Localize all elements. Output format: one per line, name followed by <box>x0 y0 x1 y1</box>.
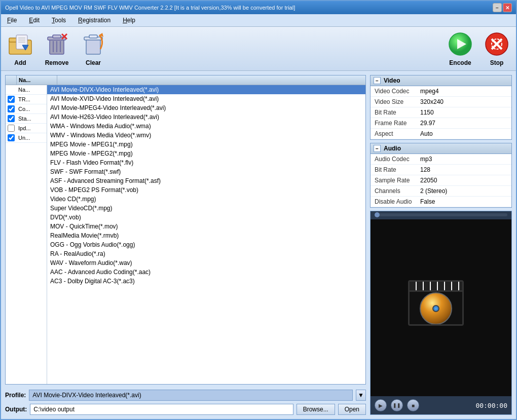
checkbox-un[interactable] <box>8 134 15 141</box>
file-row-6: Un... <box>6 133 47 143</box>
preview-area <box>371 219 511 396</box>
format-item-13[interactable]: Super VideoCD(*.mpg) <box>47 204 365 213</box>
format-item-20[interactable]: AAC - Advanced Audio Coding(*.aac) <box>47 268 365 277</box>
format-item-16[interactable]: RealMedia Movie(*.rmvb) <box>47 231 365 240</box>
checkbox-ipd[interactable] <box>8 125 15 132</box>
stop-button[interactable]: Stop <box>484 31 510 66</box>
menu-bar: File Edit Tools Registration Help <box>1 14 516 27</box>
format-item-4[interactable]: WMA - Windows Media Audio(*.wma) <box>47 122 365 131</box>
stop-icon <box>484 31 510 57</box>
right-panel: − Video Video Codecmpeg4Video Size320x24… <box>370 75 512 415</box>
clear-icon <box>80 31 106 57</box>
format-item-21[interactable]: AC3 - Dolby Digital AC-3(*.ac3) <box>47 277 365 286</box>
format-item-5[interactable]: WMV - Windows Media Video(*.wmv) <box>47 131 365 140</box>
video-collapse-btn[interactable]: − <box>374 77 381 84</box>
remove-icon <box>44 31 70 57</box>
video-prop-row-0: Video Codecmpeg4 <box>371 86 511 97</box>
pause-button[interactable]: ❚❚ <box>391 399 403 411</box>
file-row-2: TR... <box>6 95 47 104</box>
main-content: Na... Na... TR... <box>1 71 516 419</box>
stop-label: Stop <box>490 59 504 66</box>
progress-slider[interactable] <box>375 213 507 216</box>
menu-registration[interactable]: Registration <box>76 16 113 25</box>
format-item-17[interactable]: OGG - Ogg Vorbis Audio(*.ogg) <box>47 240 365 249</box>
menu-edit[interactable]: Edit <box>27 16 42 25</box>
menu-file[interactable]: File <box>5 16 19 25</box>
svg-rect-17 <box>89 35 97 38</box>
audio-prop-row-1: Bit Rate128 <box>371 165 511 175</box>
file-row-3: Co... <box>6 104 47 114</box>
audio-prop-row-4: Disable AudioFalse <box>371 197 511 207</box>
encode-icon <box>447 31 473 57</box>
playback-controls: ▶ ❚❚ ■ 00:00:00 <box>371 396 511 414</box>
format-item-11[interactable]: VOB - MPEG2 PS Format(*.vob) <box>47 185 365 195</box>
video-section-label: Video <box>384 77 400 84</box>
menu-tools[interactable]: Tools <box>50 16 68 25</box>
video-prop-row-2: Bit Rate1150 <box>371 107 511 118</box>
minimize-button[interactable]: − <box>493 3 502 12</box>
clear-button[interactable]: Clear <box>80 31 106 66</box>
menu-help[interactable]: Help <box>121 16 137 25</box>
checkbox-sta[interactable] <box>8 115 15 122</box>
format-item-1[interactable]: AVI Movie-XVID-Video Interleaved(*.avi) <box>47 94 365 103</box>
video-props-table: Video Codecmpeg4Video Size320x240Bit Rat… <box>371 86 511 139</box>
format-item-14[interactable]: DVD(*.vob) <box>47 213 365 222</box>
format-item-12[interactable]: Video CD(*.mpg) <box>47 195 365 204</box>
profile-dropdown-arrow[interactable]: ▼ <box>356 390 366 401</box>
clear-label: Clear <box>86 59 101 66</box>
remove-button[interactable]: Remove <box>44 31 70 66</box>
format-item-9[interactable]: SWF - SWF Format(*.swf) <box>47 167 365 176</box>
encode-button[interactable]: Encode <box>447 31 473 66</box>
main-window: Opell Video to AVI MPEG MOV RM SWF FLV W… <box>0 0 517 420</box>
list-header: Na... <box>6 75 365 85</box>
output-path-input[interactable] <box>30 404 293 415</box>
audio-prop-row-3: Channels2 (Stereo) <box>371 186 511 197</box>
format-item-0[interactable]: AVI Movie-DIVX-Video Interleaved(*.avi) <box>47 85 365 94</box>
checkbox-co[interactable] <box>8 105 15 112</box>
add-icon <box>7 31 33 57</box>
encode-label: Encode <box>449 59 471 66</box>
col-header-format <box>57 75 365 85</box>
open-button[interactable]: Open <box>338 404 366 415</box>
output-label: Output: <box>5 406 27 413</box>
format-item-7[interactable]: MPEG Movie - MPEG2(*.mpg) <box>47 149 365 158</box>
file-row-1: Na... <box>6 85 47 95</box>
profile-row: Profile: AVI Movie-DIVX-Video Interleave… <box>5 390 366 401</box>
file-row-4: Sta... <box>6 114 47 124</box>
left-panel: Na... Na... TR... <box>5 75 366 415</box>
add-button[interactable]: Add <box>7 31 33 66</box>
window-title: Opell Video to AVI MPEG MOV RM SWF FLV W… <box>5 5 295 11</box>
audio-section-label: Audio <box>384 145 401 152</box>
audio-props-panel: − Audio Audio Codecmp3Bit Rate128Sample … <box>370 143 512 208</box>
audio-props-table: Audio Codecmp3Bit Rate128Sample Rate2205… <box>371 154 511 207</box>
format-item-3[interactable]: AVI Movie-H263-Video Interleaved(*.avi) <box>47 112 365 122</box>
stop-button-player[interactable]: ■ <box>407 399 419 411</box>
video-section-header: − Video <box>371 75 511 86</box>
file-rows: Na... TR... Co... Sta... <box>6 85 47 384</box>
browse-button[interactable]: Browse... <box>297 404 335 415</box>
progress-thumb <box>375 212 380 217</box>
audio-section-header: − Audio <box>371 143 511 154</box>
audio-collapse-btn[interactable]: − <box>374 145 381 152</box>
profile-select[interactable]: AVI Movie-DIVX-Video Interleaved(*.avi) <box>29 390 353 401</box>
play-button[interactable]: ▶ <box>375 399 387 411</box>
toolbar: Add Remove <box>1 27 516 71</box>
svg-rect-15 <box>86 39 100 54</box>
audio-prop-row-0: Audio Codecmp3 <box>371 154 511 165</box>
close-button[interactable]: ✕ <box>503 3 512 12</box>
col-header-name: Na... <box>17 75 57 85</box>
format-item-18[interactable]: RA - RealAudio(*.ra) <box>47 249 365 258</box>
format-item-10[interactable]: ASF - Advanced Streaming Format(*.asf) <box>47 176 365 185</box>
checkbox-tr[interactable] <box>8 96 15 103</box>
format-item-8[interactable]: FLV - Flash Video Format(*.flv) <box>47 158 365 167</box>
profile-label: Profile: <box>5 392 26 399</box>
output-row: Output: Browse... Open <box>5 404 366 415</box>
format-item-6[interactable]: MPEG Movie - MPEG1(*.mpg) <box>47 140 365 149</box>
video-prop-row-3: Frame Rate29.97 <box>371 118 511 129</box>
format-item-19[interactable]: WAV - Waveform Audio(*.wav) <box>47 258 365 268</box>
video-prop-row-4: AspectAuto <box>371 129 511 139</box>
title-bar: Opell Video to AVI MPEG MOV RM SWF FLV W… <box>1 1 516 14</box>
svg-rect-9 <box>53 35 61 38</box>
format-item-2[interactable]: AVI Movie-MPEG4-Video Interleaved(*.avi) <box>47 103 365 112</box>
format-item-15[interactable]: MOV - QuickTime(*.mov) <box>47 222 365 231</box>
